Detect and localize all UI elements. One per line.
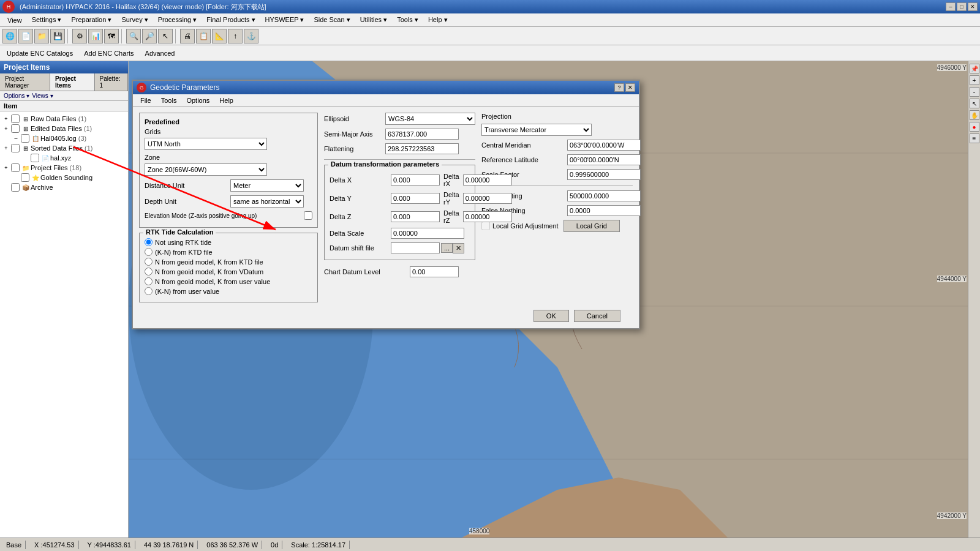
globe-icon[interactable]: 🌐 xyxy=(2,29,17,43)
update-enc-btn[interactable]: Update ENC Catalogs xyxy=(2,48,77,58)
minimize-button[interactable]: – xyxy=(946,2,956,11)
menu-side-scan[interactable]: Side Scan ▾ xyxy=(309,13,355,26)
delta-rz-input[interactable] xyxy=(463,211,512,222)
rtk-label-1: (K-N) from KTD file xyxy=(155,249,213,256)
rtk-radio-5[interactable] xyxy=(145,287,153,295)
datum-shift-clear-btn[interactable]: ✕ xyxy=(453,243,464,253)
geodetic-dialog: G Geodetic Parameters ? ✕ File Tools Opt… xyxy=(132,80,640,329)
delta-y-input[interactable] xyxy=(391,193,440,204)
menu-help[interactable]: Help ▾ xyxy=(423,13,453,26)
menu-view[interactable]: View xyxy=(2,13,27,26)
ref-latitude-row: Reference Latitude xyxy=(481,154,633,165)
menu-tools[interactable]: Tools ▾ xyxy=(392,13,423,26)
ref-latitude-input[interactable] xyxy=(567,154,641,165)
save-icon[interactable]: 💾 xyxy=(50,29,65,43)
depth-unit-row: Depth Unit same as horizontal xyxy=(145,195,312,208)
false-northing-input[interactable] xyxy=(567,205,641,216)
rtk-option-4: N from geoid model, K from user value xyxy=(145,277,312,285)
rtk-option-3: N from geoid model, K from VDatum xyxy=(145,268,312,276)
rtk-radio-3[interactable] xyxy=(145,268,153,276)
rtk-radio-0[interactable] xyxy=(145,238,153,246)
delta-y-label: Delta Y xyxy=(330,195,391,202)
advanced-btn[interactable]: Advanced xyxy=(141,48,179,58)
menu-settings[interactable]: Settings ▾ xyxy=(27,13,67,26)
menu-preparation[interactable]: Preparation ▾ xyxy=(66,13,116,26)
elevation-row: Elevation Mode (Z-axis positive going up… xyxy=(145,211,312,220)
semi-major-input[interactable] xyxy=(385,129,459,140)
delta-ry-input[interactable] xyxy=(463,193,512,204)
copy-icon[interactable]: 📋 xyxy=(196,29,211,43)
elevation-checkbox[interactable] xyxy=(304,211,312,220)
rtk-radio-2[interactable] xyxy=(145,258,153,266)
semi-major-row: Semi-Major Axis xyxy=(324,129,475,140)
dialog-close-btn[interactable]: ✕ xyxy=(625,83,635,92)
arrow-icon[interactable]: ↑ xyxy=(228,29,243,43)
delta-z-row: Delta Z Delta rZ xyxy=(330,209,470,224)
predefined-label: Predefined xyxy=(145,118,312,126)
print-icon[interactable]: 🖨 xyxy=(180,29,195,43)
delta-scale-row: Delta Scale xyxy=(330,228,470,239)
dialog-menu-tools[interactable]: Tools xyxy=(156,96,182,105)
menu-final-products[interactable]: Final Products ▾ xyxy=(202,13,260,26)
delta-z-input[interactable] xyxy=(391,211,440,222)
dialog-left-col: Predefined Grids UTM North Zone xyxy=(139,113,318,302)
menu-hysweep[interactable]: HYSWEEP ▾ xyxy=(260,13,309,26)
dialog-help-btn[interactable]: ? xyxy=(614,83,624,92)
menu-survey[interactable]: Survey ▾ xyxy=(116,13,153,26)
delta-z-label: Delta Z xyxy=(330,213,391,220)
rtk-label-2: N from geoid model, K from KTD file xyxy=(155,258,263,266)
main-area: Project Items Project Manager Project It… xyxy=(0,61,980,538)
grids-select[interactable]: UTM North xyxy=(145,138,267,150)
projection-select-row: Transverse Mercator xyxy=(481,124,633,136)
depth-unit-select[interactable]: same as horizontal xyxy=(230,195,304,208)
folder-icon[interactable]: 📁 xyxy=(34,29,49,43)
menu-utilities[interactable]: Utilities ▾ xyxy=(355,13,393,26)
dialog-mid-col: Ellipsoid WGS-84 Semi-Major Axis Flatten… xyxy=(324,113,475,302)
cursor-icon[interactable]: ↖ xyxy=(158,29,173,43)
menu-processing[interactable]: Processing ▾ xyxy=(153,13,202,26)
false-easting-input[interactable] xyxy=(567,190,641,201)
rtk-label-4: N from geoid model, K from user value xyxy=(155,278,270,285)
dialog-title-text: Geodetic Parameters xyxy=(150,83,219,92)
dialog-menu-help[interactable]: Help xyxy=(214,96,238,105)
settings-icon[interactable]: ⚙ xyxy=(72,29,87,43)
dialog-menu-file[interactable]: File xyxy=(135,96,156,105)
add-enc-charts-btn[interactable]: Add ENC Charts xyxy=(80,48,138,58)
chart-datum-input[interactable] xyxy=(410,266,459,277)
grids-row: Grids xyxy=(145,128,312,135)
local-grid-checkbox[interactable] xyxy=(481,222,490,230)
rtk-radio-1[interactable] xyxy=(145,248,153,256)
flattening-input[interactable] xyxy=(385,143,459,154)
central-meridian-row: Central Meridian xyxy=(481,140,633,151)
close-button[interactable]: ✕ xyxy=(968,2,978,11)
anchor-icon[interactable]: ⚓ xyxy=(244,29,258,43)
distance-unit-select[interactable]: Meter xyxy=(230,179,304,192)
cancel-button[interactable]: Cancel xyxy=(574,310,620,322)
datum-shift-browse-btn[interactable]: ... xyxy=(441,243,453,253)
zoom-in-icon[interactable]: 🔍 xyxy=(126,29,141,43)
dialog-menu-options[interactable]: Options xyxy=(181,96,214,105)
datum-shift-input[interactable] xyxy=(391,242,440,253)
ellipsoid-select[interactable]: WGS-84 xyxy=(385,113,475,125)
delta-rx-input[interactable] xyxy=(463,174,512,186)
map-icon[interactable]: 🗺 xyxy=(104,29,119,43)
delta-rz-label: Delta rZ xyxy=(443,209,459,224)
status-bar: Base X :451274.53 Y :4944833.61 44 39 18… xyxy=(0,538,980,551)
local-grid-btn[interactable]: Local Grid xyxy=(564,220,620,232)
delta-scale-input[interactable] xyxy=(391,228,464,239)
projection-select[interactable]: Transverse Mercator xyxy=(481,124,592,136)
delta-x-input[interactable] xyxy=(391,174,440,186)
layers-icon[interactable]: 📐 xyxy=(212,29,227,43)
scale-factor-input[interactable] xyxy=(567,169,641,180)
maximize-button[interactable]: □ xyxy=(957,2,967,11)
file-icon[interactable]: 📄 xyxy=(18,29,33,43)
zone-select[interactable]: Zone 20(66W-60W) xyxy=(145,163,267,176)
dialog-overlay: G Geodetic Parameters ? ✕ File Tools Opt… xyxy=(0,61,980,538)
central-meridian-input[interactable] xyxy=(567,140,641,151)
zoom-out-icon[interactable]: 🔎 xyxy=(142,29,157,43)
status-x: X :451274.53 xyxy=(31,541,78,549)
chart-icon[interactable]: 📊 xyxy=(88,29,103,43)
rtk-radio-4[interactable] xyxy=(145,277,153,285)
enc-toolbar: Update ENC Catalogs Add ENC Charts Advan… xyxy=(0,45,980,61)
ok-button[interactable]: OK xyxy=(533,310,569,322)
